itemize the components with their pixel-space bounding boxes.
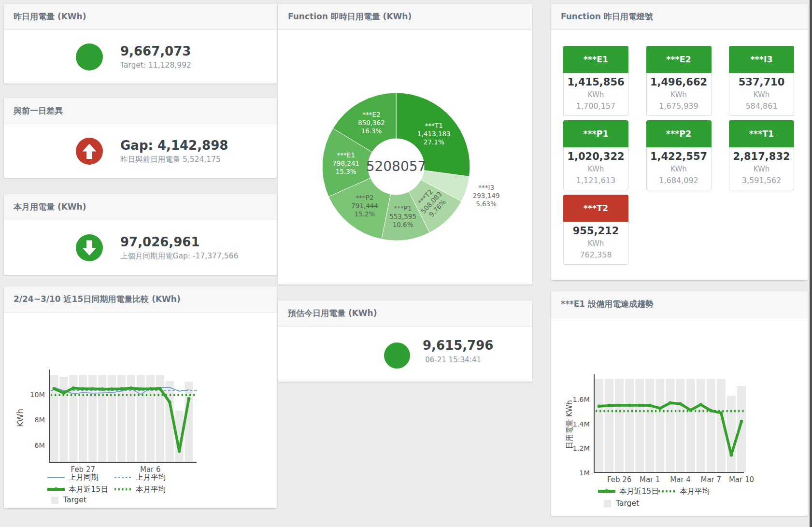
legend-target-swatch [604,500,611,507]
tile-name: ***E1 [563,46,628,73]
stat-value: Gap: 4,142,898 [120,137,228,154]
tile-name: ***P2 [646,120,712,147]
legend-label: 本月平均 [680,487,710,496]
card-yesterday-usage: 昨日用電量 (KWh) 9,667,073 Target: 11,128,992 [4,4,277,84]
target-bar [655,379,664,472]
tile-value: 1,020,322 [564,150,628,164]
card-estimate-today: 預估今日用電量 (KWh) 9,615,796 06-21 15:34:41 [278,300,532,382]
legend-label: 本月近15日 [619,487,659,496]
y-axis-label: KWh [15,409,25,427]
tile-target: 3,591,562 [729,174,794,186]
y-tick: 1.2M [572,444,590,452]
legend-label: 本月近15日 [69,485,108,494]
light-tile-E2: ***E21,496,662KWh1,675,939 [646,46,712,116]
tile-target: 762,358 [564,249,628,261]
panel-title: 本月用電量 (KWh) [4,194,277,220]
tile-name: ***T1 [729,120,794,147]
target-bar [185,382,193,462]
panel-realtime-donut: Function 即時日用電量 (KWh) ***T11,413,18327.1… [278,4,532,285]
donut-center-total: 5208057 [366,158,427,174]
stat-timestamp: 06-21 15:34:41 [423,356,481,364]
tile-unit: KWh [647,89,711,100]
light-tile-P2: ***P21,422,557KWh1,684,092 [646,120,712,190]
stat-value: 97,026,961 [120,234,238,250]
lights-grid: ***E11,415,856KWh1,700,157***E21,496,662… [551,30,808,280]
light-tile-T1: ***T12,817,832KWh3,591,562 [729,120,794,190]
compare-15day-chart: 6M8M10MFeb 27Mar 6KWh上月同期上月平均本月近15日本月平均T… [4,313,277,508]
legend-label: 本月平均 [136,485,166,494]
panel-title: 預估今日用電量 (KWh) [278,300,532,327]
tile-value: 1,422,557 [647,150,711,164]
panel-title: 與前一日差異 [4,98,277,124]
target-bar [625,379,634,472]
energy-dashboard: 昨日用電量 (KWh) 9,667,073 Target: 11,128,992… [0,0,812,527]
realtime-usage-donut-chart: ***T11,413,18327.1%***I3293,1495.63%***T… [278,30,532,285]
y-tick: 1.4M [572,420,590,428]
tile-value: 1,415,856 [564,75,628,89]
y-tick: 10M [30,391,45,399]
target-bar [605,379,613,472]
tile-target: 1,684,092 [647,174,711,186]
donut-slice-label: ***I3293,1495.63% [473,184,500,208]
panel-title: Function 昨日用電燈號 [551,4,808,30]
stat-subtext: 昨日與前日用電量 5,524,175 [120,154,228,165]
y-tick: 6M [34,442,45,449]
x-tick: Mar 10 [729,475,754,484]
target-bar [727,396,736,472]
target-bar [676,379,685,472]
tile-name: ***I3 [729,46,794,73]
tile-target: 1,700,157 [564,100,628,112]
tile-value: 1,496,662 [647,75,711,89]
arrow-down-circle-icon [76,234,103,261]
stat-value: 9,615,796 [423,338,493,353]
legend-label: 上月同期 [69,473,99,482]
target-bar [686,379,695,472]
panel-title: Function 即時日用電量 (KWh) [278,4,532,30]
panel-title: 昨日用電量 (KWh) [4,4,277,30]
tile-unit: KWh [564,238,628,249]
status-circle-icon [384,342,410,369]
y-tick: 8M [34,416,45,424]
stat-value: 9,667,073 [120,43,191,59]
stat-subtext: 上個月同期用電Gap: -17,377,566 [120,250,238,262]
panel-compare-chart: 2/24~3/10 近15日同期用電量比較 (KWh) 6M8M10MFeb 2… [4,286,277,508]
tile-unit: KWh [564,164,628,174]
tile-unit: KWh [564,89,628,100]
legend-target-swatch [51,497,58,504]
target-bar [697,379,705,472]
light-tile-P1: ***P11,020,322KWh1,121,613 [563,120,628,190]
tile-value: 537,710 [729,75,794,89]
target-bar [635,379,644,472]
panel-title: ***E1 設備用電達成趨勢 [551,291,808,317]
panel-title: 2/24~3/10 近15日同期用電量比較 (KWh) [4,286,277,313]
x-tick: Feb 26 [607,475,631,484]
tile-value: 955,212 [564,224,628,238]
tile-unit: KWh [729,164,794,174]
tile-target: 584,861 [729,100,794,112]
card-day-gap: 與前一日差異 Gap: 4,142,898 昨日與前日用電量 5,524,175 [4,98,277,178]
target-bar [595,379,603,472]
x-tick: Mar 1 [640,475,660,484]
tile-value: 2,817,832 [729,150,794,164]
light-tile-T2: ***T2955,212KWh762,358 [563,195,628,265]
y-axis-label: 日用電量 KWh [565,400,574,449]
legend-label: Target [615,499,639,508]
light-tile-E1: ***E11,415,856KWh1,700,157 [563,46,628,116]
target-bar [615,379,624,472]
light-tile-I3: ***I3537,710KWh584,861 [729,46,794,116]
e1-trend-chart: 1M1.2M1.4M1.6MFeb 26Mar 1Mar 4Mar 7Mar 1… [551,317,808,516]
target-bar [707,379,715,472]
tile-target: 1,675,939 [647,100,711,112]
card-month-usage: 本月用電量 (KWh) 97,026,961 上個月同期用電Gap: -17,3… [4,194,277,275]
tile-unit: KWh [647,164,711,174]
scrollbar[interactable] [810,0,812,527]
tile-name: ***P1 [563,120,628,147]
y-tick: 1M [579,469,590,477]
x-tick: Mar 7 [700,475,721,484]
y-tick: 1.6M [572,396,590,403]
panel-e1-trend-chart: ***E1 設備用電達成趨勢 1M1.2M1.4M1.6MFeb 26Mar 1… [551,291,808,516]
status-circle-icon [76,43,103,71]
stat-subtext: Target: 11,128,992 [120,59,191,71]
target-bar [666,379,675,472]
legend-label: 上月平均 [136,473,166,482]
